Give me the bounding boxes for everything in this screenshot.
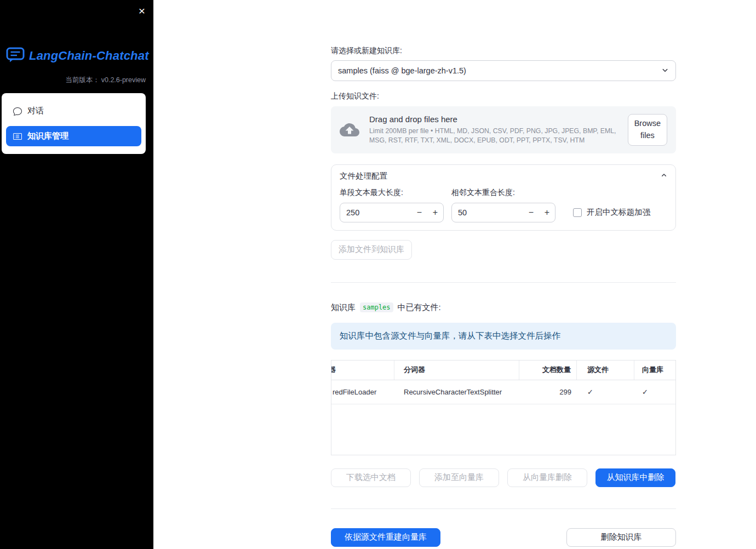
- logo: LangChain-Chatchat: [6, 47, 149, 65]
- file-dropzone[interactable]: Drag and drop files here Limit 200MB per…: [331, 106, 676, 153]
- upload-label: 上传知识文件:: [331, 92, 676, 101]
- chevron-down-icon: [660, 65, 670, 77]
- kb-select[interactable]: samples (faiss @ bge-large-zh-v1.5): [331, 60, 676, 81]
- dropzone-text: Drag and drop files here Limit 200MB per…: [369, 115, 628, 145]
- max-length-input: − +: [340, 203, 444, 222]
- sidebar: × LangChain-Chatchat 当前版本：v0.2.6-preview: [0, 0, 153, 549]
- info-box: 知识库中包含源文件与向量库，请从下表中选择文件后操作: [331, 323, 676, 350]
- card-list-icon: [13, 132, 22, 141]
- plus-step-button[interactable]: +: [427, 203, 443, 222]
- cell-source-file-check: ✓: [577, 380, 634, 404]
- sidebar-item-chat[interactable]: 对话: [6, 101, 141, 121]
- config-expander-header[interactable]: 文件处理配置: [331, 165, 675, 188]
- cell-splitter: RecursiveCharacterTextSplitter: [394, 380, 519, 404]
- add-to-vector-store-button[interactable]: 添加至向量库: [419, 468, 499, 487]
- rebuild-vector-store-button[interactable]: 依据源文件重建向量库: [331, 528, 440, 547]
- dropzone-limits: Limit 200MB per file • HTML, MD, JSON, C…: [369, 127, 628, 145]
- table-header-vector-store[interactable]: 向量库: [634, 361, 675, 380]
- table-header-splitter[interactable]: 分词器: [394, 361, 519, 380]
- chevron-up-icon: [660, 171, 668, 181]
- config-expander-body: 单段文本最大长度: − + 相邻文本重合长度: − +: [331, 188, 675, 230]
- upload-cloud-icon: [340, 122, 359, 138]
- download-selected-button[interactable]: 下载选中文档: [331, 468, 411, 487]
- cell-vector-store-check: ✓: [634, 380, 675, 404]
- divider: [331, 282, 676, 283]
- table-header-loader[interactable]: 器: [331, 361, 394, 380]
- table-header-source-file[interactable]: 源文件: [577, 361, 634, 380]
- file-action-buttons: 下载选中文档 添加至向量库 从向量库删除 从知识库中删除: [331, 468, 676, 487]
- sidebar-menu: 对话 知识库管理: [2, 93, 146, 154]
- table-header-doc-count[interactable]: 文档数量: [519, 361, 577, 380]
- zh-title-checkbox-label: 开启中文标题加强: [587, 207, 650, 218]
- sidebar-item-knowledge-base[interactable]: 知识库管理: [6, 126, 141, 146]
- overlap-length-label: 相邻文本重合长度:: [451, 188, 555, 198]
- divider: [331, 508, 676, 509]
- delete-from-vector-store-button[interactable]: 从向量库删除: [507, 468, 587, 487]
- version-label: 当前版本：: [65, 76, 100, 84]
- logo-chat-icon: [6, 47, 25, 65]
- existing-files-line: 知识库 samples 中已有文件:: [331, 302, 676, 313]
- plus-step-button[interactable]: +: [539, 203, 555, 222]
- files-table: 器 分词器 文档数量 源文件 向量库 redFileLoader Recursi…: [331, 360, 676, 455]
- logo-title: LangChain-Chatchat: [29, 49, 149, 63]
- sidebar-item-label: 对话: [27, 106, 44, 116]
- table-row[interactable]: redFileLoader RecursiveCharacterTextSpli…: [331, 380, 675, 404]
- minus-step-button[interactable]: −: [411, 203, 427, 222]
- existing-files-suffix: 中已有文件:: [398, 302, 441, 313]
- cell-loader: redFileLoader: [331, 380, 394, 404]
- config-expander-title: 文件处理配置: [340, 171, 387, 181]
- dropzone-title: Drag and drop files here: [369, 115, 628, 124]
- kb-name-code: samples: [360, 302, 393, 312]
- version-value: v0.2.6-preview: [101, 76, 146, 84]
- overlap-length-value[interactable]: [452, 208, 523, 217]
- kb-action-buttons: 依据源文件重建向量库 删除知识库: [331, 528, 676, 547]
- browse-files-button[interactable]: Browse files: [628, 114, 667, 146]
- chat-bubble-icon: [13, 107, 22, 116]
- zh-title-checkbox[interactable]: [573, 208, 582, 217]
- minus-step-button[interactable]: −: [523, 203, 539, 222]
- delete-kb-button[interactable]: 删除知识库: [566, 528, 676, 547]
- close-sidebar-button[interactable]: ×: [136, 3, 147, 19]
- app: × LangChain-Chatchat 当前版本：v0.2.6-preview: [0, 0, 756, 549]
- max-length-value[interactable]: [340, 208, 411, 217]
- table-header-row: 器 分词器 文档数量 源文件 向量库: [331, 361, 675, 380]
- cell-doc-count: 299: [519, 380, 577, 404]
- delete-from-kb-button[interactable]: 从知识库中删除: [595, 468, 675, 487]
- kb-select-label: 请选择或新建知识库:: [331, 46, 676, 56]
- main-content: 请选择或新建知识库: samples (faiss @ bge-large-zh…: [153, 0, 756, 549]
- max-length-label: 单段文本最大长度:: [340, 188, 444, 198]
- config-expander: 文件处理配置 单段文本最大长度: − +: [331, 164, 676, 231]
- kb-select-value: samples (faiss @ bge-large-zh-v1.5): [338, 66, 466, 75]
- add-files-to-kb-button[interactable]: 添加文件到知识库: [331, 240, 412, 260]
- sidebar-item-label: 知识库管理: [27, 131, 68, 141]
- zh-title-enhance: 开启中文标题加强: [573, 203, 650, 222]
- version-text: 当前版本：v0.2.6-preview: [64, 76, 146, 85]
- overlap-length-input: − +: [451, 203, 555, 222]
- existing-files-prefix: 知识库: [331, 302, 356, 313]
